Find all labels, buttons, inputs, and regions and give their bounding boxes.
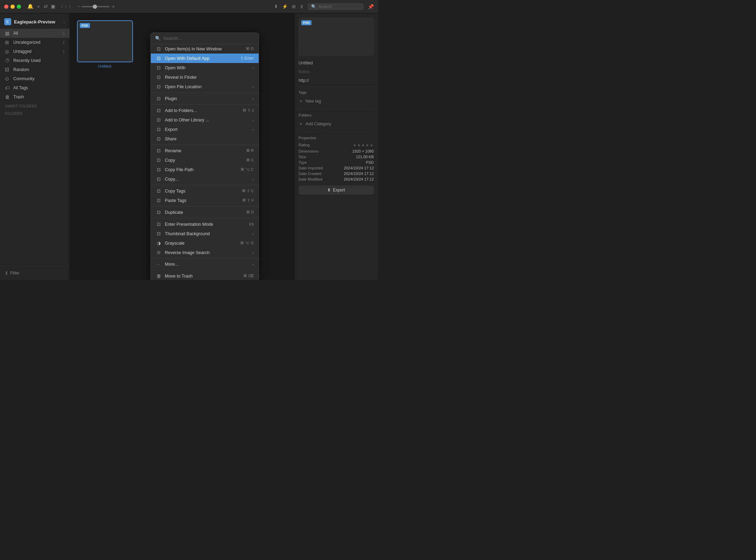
ctx-presentation-mode[interactable]: ⊡ Enter Presentation Mode F5	[151, 219, 259, 229]
prop-rating-stars[interactable]: ★★★★★	[353, 143, 374, 148]
notification-icon[interactable]: 🔔	[27, 4, 33, 10]
sidebar-item-community[interactable]: ⊙ Community	[0, 74, 70, 83]
titlebar-right: ⬆ ⚡ ⊞ ⊻ 🔍 Search 📌	[274, 3, 374, 10]
ctx-plugin[interactable]: ⊡ Plugin ›	[151, 94, 259, 103]
sidebar-item-all[interactable]: ▦ All 1	[0, 29, 70, 38]
fullscreen-button[interactable]	[17, 5, 21, 9]
ctx-copy-submenu-label: Copy...	[165, 177, 247, 182]
ctx-duplicate[interactable]: ⊡ Duplicate ⌘ D	[151, 208, 259, 217]
content-area: PSD Untitled. 🔍 ⊡ Open Item(s) in New Wi…	[70, 13, 294, 280]
nav-forward-icon[interactable]: ›	[65, 3, 66, 10]
prop-type: Type PSD	[299, 160, 374, 165]
add-tag-button[interactable]: ＋ New tag	[299, 97, 374, 106]
ctx-copy-tags[interactable]: ⊡ Copy Tags ⌘ ⇧ C	[151, 186, 259, 196]
prop-date-modified-value: 2024/10/24 17:12	[344, 177, 374, 181]
ctx-reveal-finder[interactable]: ⊡ Reveal in Finder	[151, 72, 259, 82]
ctx-presentation-mode-icon: ⊡	[156, 222, 161, 227]
layout-icon[interactable]: ▣	[51, 4, 55, 10]
prop-date-imported-label: Date Imported	[299, 166, 323, 170]
filter-button[interactable]: ⊻ Filter	[0, 269, 70, 277]
prop-rating: Rating ★★★★★	[299, 142, 374, 148]
ctx-open-new-window[interactable]: ⊡ Open Item(s) in New Window ⌘ O	[151, 44, 259, 54]
add-icon[interactable]: ＋	[36, 4, 41, 10]
sidebar-item-untagged[interactable]: ◎ Untagged 1	[0, 47, 70, 56]
ctx-more-label: More...	[165, 262, 247, 267]
ctx-paste-tags-icon: ⊡	[156, 198, 161, 203]
context-menu-search[interactable]: 🔍	[151, 33, 259, 44]
ctx-thumbnail-bg-arrow: ›	[252, 232, 254, 236]
context-search-input[interactable]	[163, 36, 254, 41]
ctx-copy-submenu[interactable]: ⊡ Copy... ›	[151, 174, 259, 184]
sidebar-header[interactable]: E Eaglepack-Preview ⌄	[0, 16, 70, 27]
zoom-slider[interactable]	[82, 6, 110, 7]
ctx-paste-tags-label: Paste Tags	[165, 198, 239, 203]
ctx-thumbnail-bg[interactable]: ⊡ Thumbnail Background ›	[151, 229, 259, 238]
ctx-move-trash-icon: 🗑	[156, 273, 161, 279]
sidebar-app-title: Eaglepack-Preview	[14, 19, 55, 24]
sidebar: E Eaglepack-Preview ⌄ ▦ All 1 ⊞ Uncatego…	[0, 13, 70, 280]
ctx-open-file-location[interactable]: ⊡ Open File Location ›	[151, 82, 259, 91]
random-icon: ⚄	[5, 67, 10, 72]
ctx-export-icon: ⊡	[156, 127, 161, 132]
filter-icon[interactable]: ⊻	[300, 4, 303, 9]
panel-notes-placeholder: Notes...	[299, 69, 313, 74]
titlebar-icons: 🔔 ＋ ⇄ ▣	[27, 4, 55, 10]
community-icon: ⊙	[5, 76, 10, 82]
panel-notes-field[interactable]: Notes...	[299, 69, 374, 74]
sidebar-item-all-tags[interactable]: 🏷 All Tags	[0, 83, 70, 92]
ctx-rename[interactable]: ⊡ Rename ⌘ R	[151, 146, 259, 155]
nav-more-icon[interactable]: ⁝	[69, 3, 71, 10]
ctx-copy-file-path-icon: ⊡	[156, 167, 161, 172]
search-box[interactable]: 🔍 Search	[308, 3, 364, 10]
prop-dimensions: Dimensions 1920 × 1080	[299, 148, 374, 154]
zoom-minus-icon[interactable]: −	[78, 4, 80, 9]
ctx-duplicate-shortcut: ⌘ D	[246, 210, 254, 215]
add-category-button[interactable]: ＋ Add Category	[299, 119, 374, 128]
ctx-export[interactable]: ⊡ Export ›	[151, 125, 259, 134]
prop-date-created: Date Created 2024/10/24 17:12	[299, 171, 374, 176]
ctx-copy-submenu-arrow: ›	[252, 177, 254, 181]
sidebar-item-uncategorized[interactable]: ⊞ Uncategorized 1	[0, 38, 70, 47]
zoom-plus-icon[interactable]: ＋	[111, 4, 115, 10]
sidebar-item-random[interactable]: ⚄ Random	[0, 65, 70, 74]
all-icon: ▦	[5, 30, 10, 36]
ctx-reverse-image[interactable]: ⊙ Reverse Image Search ›	[151, 248, 259, 257]
ctx-add-other-library-icon: ⊡	[156, 117, 161, 122]
ctx-open-default[interactable]: ⊡ Open With Default App ⇧ Enter	[151, 54, 259, 63]
minimize-button[interactable]	[10, 5, 15, 9]
ctx-copy-file-path[interactable]: ⊡ Copy File Path ⌘ ⌥ C	[151, 165, 259, 174]
sync-icon[interactable]: ⇄	[44, 4, 48, 10]
sidebar-item-trash[interactable]: 🗑 Trash	[0, 92, 70, 102]
share-icon[interactable]: ⬆	[274, 4, 278, 9]
ctx-share-label: Share	[165, 136, 254, 141]
ctx-sep-5	[151, 206, 259, 206]
panel-psd-badge: PSD	[301, 20, 312, 25]
export-button[interactable]: ⬆ Export	[299, 186, 374, 195]
lightning-icon[interactable]: ⚡	[282, 4, 288, 9]
grid-icon[interactable]: ⊞	[292, 4, 296, 9]
ctx-share[interactable]: ⊡ Share	[151, 134, 259, 144]
ctx-paste-tags[interactable]: ⊡ Paste Tags ⌘ ⇧ V	[151, 196, 259, 205]
ctx-add-other-library[interactable]: ⊡ Add to Other Library ... ›	[151, 115, 259, 125]
panel-url-field[interactable]: http://	[299, 78, 374, 83]
panel-divider-3	[299, 132, 374, 132]
prop-date-modified: Date Modified 2024/10/24 17:12	[299, 176, 374, 182]
prop-rating-label: Rating	[299, 143, 310, 148]
ctx-grayscale[interactable]: ◑ Grayscale ⌘ ⌥ G	[151, 238, 259, 248]
pin-icon[interactable]: 📌	[368, 4, 374, 9]
ctx-reveal-finder-label: Reveal in Finder	[165, 75, 254, 80]
ctx-copy[interactable]: ⊡ Copy ⌘ C	[151, 155, 259, 165]
panel-divider-1	[299, 86, 374, 87]
close-button[interactable]	[4, 5, 8, 9]
ctx-open-default-label: Open With Default App	[165, 56, 237, 61]
ctx-copy-label: Copy	[165, 158, 243, 163]
ctx-plugin-label: Plugin	[165, 96, 247, 101]
ctx-add-folders[interactable]: ⊡ Add to Folders... ⌘ ⇧ J	[151, 106, 259, 115]
ctx-more[interactable]: ··· More... ›	[151, 260, 259, 269]
ctx-export-label: Export	[165, 127, 247, 132]
ctx-move-trash[interactable]: 🗑 Move to Trash ⌘ ⌫	[151, 271, 259, 280]
sidebar-item-recently-used[interactable]: ⏱ Recently Used	[0, 56, 70, 65]
prop-date-created-label: Date Created	[299, 172, 321, 176]
ctx-open-with[interactable]: ⊡ Open With ›	[151, 63, 259, 72]
nav-back-icon[interactable]: ‹	[61, 3, 63, 10]
